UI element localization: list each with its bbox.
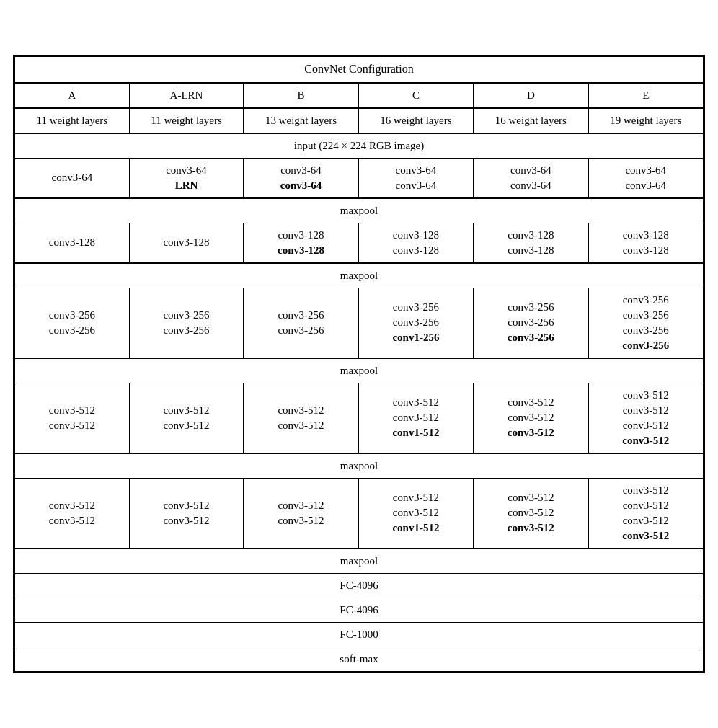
d-conv3-512a: conv3-512 (508, 427, 554, 438)
col-header-c: C (358, 83, 473, 108)
a-conv512b: conv3-512conv3-512 (15, 478, 130, 549)
b-conv128-bold: conv3-128 (278, 244, 324, 256)
col-header-a-lrn: A-LRN (129, 83, 244, 108)
maxpool-4-row: maxpool (15, 453, 704, 479)
a-lrn-weight-layers: 11 weight layers (129, 108, 244, 133)
input-row: input (224 × 224 RGB image) (15, 133, 704, 159)
a-lrn-conv128: conv3-128 (129, 223, 244, 263)
b-weight-layers: 13 weight layers (244, 108, 358, 133)
fc1000-row: FC-1000 (15, 622, 704, 647)
c-conv256: conv3-256conv3-256conv1-256 (358, 288, 473, 358)
e-conv3-512b: conv3-512 (622, 530, 669, 541)
b-conv256: conv3-256conv3-256 (244, 288, 358, 358)
a-lrn-conv512a: conv3-512conv3-512 (129, 383, 244, 453)
a-lrn-conv512b: conv3-512conv3-512 (129, 478, 244, 549)
maxpool-5: maxpool (15, 549, 704, 574)
d-conv64: conv3-64conv3-64 (474, 158, 588, 198)
conv512b-row: conv3-512conv3-512 conv3-512conv3-512 co… (15, 478, 704, 549)
e-conv512b: conv3-512conv3-512conv3-512conv3-512 (588, 478, 703, 549)
convnet-config-wrapper: ConvNet Configuration A A-LRN B C D E 11… (13, 55, 705, 672)
a-conv128: conv3-128 (15, 223, 130, 263)
maxpool-3-row: maxpool (15, 358, 704, 383)
conv64-row: conv3-64 conv3-64LRN conv3-64conv3-64 co… (15, 158, 704, 198)
conv256-row: conv3-256conv3-256 conv3-256conv3-256 co… (15, 288, 704, 358)
c-conv1-256: conv1-256 (392, 332, 439, 343)
c-conv512a: conv3-512conv3-512conv1-512 (358, 383, 473, 453)
fc4096-1: FC-4096 (15, 573, 704, 598)
maxpool-5-row: maxpool (15, 549, 704, 574)
fc4096-1-row: FC-4096 (15, 573, 704, 598)
c-weight-layers: 16 weight layers (358, 108, 473, 133)
maxpool-4: maxpool (15, 453, 704, 479)
e-conv3-256: conv3-256 (622, 339, 669, 351)
e-conv256: conv3-256conv3-256conv3-256conv3-256 (588, 288, 703, 358)
a-weight-layers: 11 weight layers (15, 108, 130, 133)
a-lrn-conv64: conv3-64LRN (129, 158, 244, 198)
e-conv3-512a: conv3-512 (622, 435, 669, 446)
maxpool-1-row: maxpool (15, 198, 704, 223)
input-label: input (224 × 224 RGB image) (15, 133, 704, 159)
e-conv128: conv3-128conv3-128 (588, 223, 703, 263)
d-conv3-256: conv3-256 (508, 332, 554, 343)
conv512a-row: conv3-512conv3-512 conv3-512conv3-512 co… (15, 383, 704, 453)
a-conv64: conv3-64 (15, 158, 130, 198)
softmax-row: soft-max (15, 647, 704, 671)
conv128-row: conv3-128 conv3-128 conv3-128conv3-128 c… (15, 223, 704, 263)
fc4096-2: FC-4096 (15, 598, 704, 622)
b-conv512a: conv3-512conv3-512 (244, 383, 358, 453)
a-conv512a: conv3-512conv3-512 (15, 383, 130, 453)
maxpool-2: maxpool (15, 263, 704, 288)
title-row: ConvNet Configuration (15, 57, 704, 83)
c-conv512b: conv3-512conv3-512conv1-512 (358, 478, 473, 549)
col-header-d: D (474, 83, 588, 108)
d-conv128: conv3-128conv3-128 (474, 223, 588, 263)
d-conv3-512b: conv3-512 (508, 522, 554, 533)
weight-layers-row: 11 weight layers 11 weight layers 13 wei… (15, 108, 704, 133)
header-labels-row: A A-LRN B C D E (15, 83, 704, 108)
a-lrn-lrn: LRN (175, 179, 198, 191)
d-weight-layers: 16 weight layers (474, 108, 588, 133)
c-conv64: conv3-64conv3-64 (358, 158, 473, 198)
d-conv256: conv3-256conv3-256conv3-256 (474, 288, 588, 358)
col-header-e: E (588, 83, 703, 108)
b-conv64-bold: conv3-64 (280, 179, 322, 191)
c-conv1-512a: conv1-512 (392, 427, 439, 438)
col-header-b: B (244, 83, 358, 108)
e-conv64: conv3-64conv3-64 (588, 158, 703, 198)
fc4096-2-row: FC-4096 (15, 598, 704, 622)
e-weight-layers: 19 weight layers (588, 108, 703, 133)
convnet-table: ConvNet Configuration A A-LRN B C D E 11… (14, 56, 704, 671)
fc1000: FC-1000 (15, 622, 704, 647)
a-lrn-conv256: conv3-256conv3-256 (129, 288, 244, 358)
b-conv128: conv3-128conv3-128 (244, 223, 358, 263)
b-conv512b: conv3-512conv3-512 (244, 478, 358, 549)
table-title: ConvNet Configuration (15, 57, 704, 83)
maxpool-3: maxpool (15, 358, 704, 383)
softmax: soft-max (15, 647, 704, 671)
maxpool-2-row: maxpool (15, 263, 704, 288)
d-conv512a: conv3-512conv3-512conv3-512 (474, 383, 588, 453)
b-conv64: conv3-64conv3-64 (244, 158, 358, 198)
a-conv256: conv3-256conv3-256 (15, 288, 130, 358)
maxpool-1: maxpool (15, 198, 704, 223)
c-conv1-512b: conv1-512 (392, 522, 439, 533)
d-conv512b: conv3-512conv3-512conv3-512 (474, 478, 588, 549)
c-conv128: conv3-128conv3-128 (358, 223, 473, 263)
col-header-a: A (15, 83, 130, 108)
e-conv512a: conv3-512conv3-512conv3-512conv3-512 (588, 383, 703, 453)
